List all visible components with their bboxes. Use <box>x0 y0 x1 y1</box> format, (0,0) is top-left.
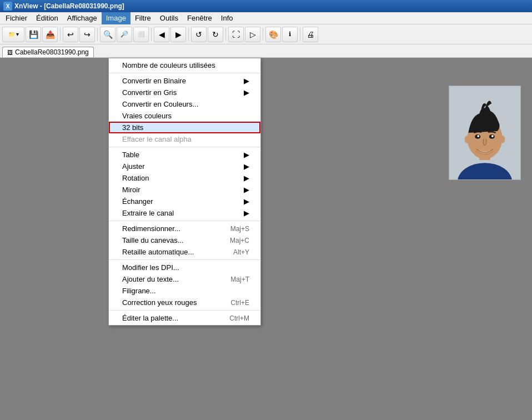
ajouter-texte-shortcut: Maj+T <box>219 276 249 283</box>
taille-canevas-shortcut: Maj+C <box>219 237 249 244</box>
svg-point-8 <box>465 136 470 143</box>
export-button[interactable]: 📤 <box>42 27 58 42</box>
print-icon: 🖨 <box>307 30 314 39</box>
separator-3 <box>151 28 152 41</box>
tab-label: CabellaRe08031990.png <box>15 48 89 56</box>
menu-vraies-couleurs[interactable]: Vraies couleurs <box>109 110 260 122</box>
separator-4 <box>188 28 189 41</box>
menu-fichier[interactable]: Fichier <box>1 12 32 24</box>
modifier-dpi-label: Modifier les DPI... <box>122 263 179 272</box>
zoom-out-button[interactable]: 🔎 <box>117 27 132 42</box>
separator-6 <box>263 28 263 41</box>
rotate-ccw-icon: ↺ <box>195 30 202 39</box>
menu-conv-binaire[interactable]: Convertir en Binaire ▶ <box>109 75 260 87</box>
slideshow-button[interactable]: ▷ <box>245 27 260 42</box>
menu-extraire-canal[interactable]: Extraire le canal ▶ <box>109 207 260 219</box>
fullscreen-icon: ⛶ <box>232 30 240 39</box>
zoom-in-button[interactable]: 🔍 <box>100 27 116 42</box>
redimensionner-shortcut: Maj+S <box>219 225 249 233</box>
menu-ajuster[interactable]: Ajuster ▶ <box>109 161 260 172</box>
fullscreen-button[interactable]: ⛶ <box>228 27 244 42</box>
image-dropdown-menu: Nombre de couleurs utilisées Convertir e… <box>108 58 261 326</box>
sep-2 <box>109 147 260 147</box>
menu-filigrane[interactable]: Filigrane... <box>109 285 260 297</box>
extraire-canal-label: Extraire le canal <box>122 209 174 217</box>
menu-rotation[interactable]: Rotation ▶ <box>109 172 260 184</box>
window-title: XnView - [CabellaRe08031990.png] <box>14 2 124 10</box>
separator-1 <box>60 28 61 41</box>
menu-fenetre[interactable]: Fenêtre <box>183 12 217 24</box>
menu-echanger[interactable]: Échanger ▶ <box>109 196 260 207</box>
next-icon: ▶ <box>175 30 182 39</box>
save-button[interactable]: 💾 <box>26 27 41 42</box>
sep-3 <box>109 221 260 221</box>
print-button[interactable]: 🖨 <box>303 27 318 42</box>
open-button[interactable]: 📁 ▾ <box>2 27 24 42</box>
prev-button[interactable]: ◀ <box>154 27 169 42</box>
person-svg <box>449 86 520 180</box>
tab-bar: 🖼 CabellaRe08031990.png <box>0 44 532 58</box>
filigrane-label: Filigrane... <box>122 287 156 295</box>
menu-bar: Fichier Édition Affichage Image Filtre O… <box>0 12 532 24</box>
menu-outils[interactable]: Outils <box>155 12 183 24</box>
miroir-label: Miroir <box>122 186 140 194</box>
app-icon: X <box>3 2 12 11</box>
menu-nb-couleurs[interactable]: Nombre de couleurs utilisées <box>109 59 260 71</box>
menu-32bits[interactable]: 32 bits <box>109 122 260 133</box>
submenu-arrow-icon: ▶ <box>233 88 249 97</box>
info-button[interactable]: ℹ <box>282 27 298 42</box>
save-icon: 💾 <box>29 30 38 39</box>
redimensionner-label: Redimensionner... <box>122 224 180 233</box>
menu-effacer-canal: Effacer le canal alpha <box>109 133 260 145</box>
menu-retaille-auto[interactable]: Retaille automatique... Alt+Y <box>109 246 260 258</box>
table-label: Table <box>122 151 139 159</box>
retaille-auto-shortcut: Alt+Y <box>222 248 249 256</box>
next-button[interactable]: ▶ <box>170 27 186 42</box>
submenu-arrow-icon: ▶ <box>233 197 249 206</box>
dropdown-arrow-icon: ▾ <box>16 31 19 37</box>
editer-palette-label: Éditer la palette... <box>122 314 178 322</box>
submenu-arrow-icon: ▶ <box>233 77 249 85</box>
retaille-auto-label: Retaille automatique... <box>122 248 194 256</box>
tab-image[interactable]: 🖼 CabellaRe08031990.png <box>2 47 94 57</box>
menu-taille-canevas[interactable]: Taille du canevas... Maj+C <box>109 234 260 246</box>
menu-modifier-dpi[interactable]: Modifier les DPI... <box>109 262 260 273</box>
info-icon: ℹ <box>289 31 291 38</box>
toolbar: 📁 ▾ 💾 📤 ↩ ↪ 🔍 🔎 ⬜ ◀ ▶ ↺ ↻ ⛶ ▷ 🎨 <box>0 24 532 44</box>
slideshow-icon: ▷ <box>250 30 256 39</box>
zoom-in-icon: 🔍 <box>103 30 113 39</box>
zoom-fit-button[interactable]: ⬜ <box>133 27 149 42</box>
image-preview <box>449 86 521 180</box>
menu-info[interactable]: Info <box>217 12 238 24</box>
menu-correction-yeux[interactable]: Correction yeux rouges Ctrl+E <box>109 297 260 308</box>
menu-table[interactable]: Table ▶ <box>109 149 260 161</box>
menu-filtre[interactable]: Filtre <box>131 12 155 24</box>
menu-conv-gris[interactable]: Convertir en Gris ▶ <box>109 87 260 98</box>
title-bar: X XnView - [CabellaRe08031990.png] <box>0 0 532 12</box>
menu-redimensionner[interactable]: Redimensionner... Maj+S <box>109 223 260 234</box>
undo-button[interactable]: ↩ <box>63 27 78 42</box>
32bits-label: 32 bits <box>122 123 143 132</box>
menu-image[interactable]: Image <box>102 12 131 24</box>
echanger-label: Échanger <box>122 197 153 206</box>
redo-button[interactable]: ↪ <box>79 27 95 42</box>
menu-affichage[interactable]: Affichage <box>63 12 102 24</box>
svg-point-9 <box>500 136 505 143</box>
menu-editer-palette[interactable]: Éditer la palette... Ctrl+M <box>109 312 260 324</box>
color-button[interactable]: 🎨 <box>265 27 281 42</box>
rotate-ccw-button[interactable]: ↺ <box>191 27 207 42</box>
menu-ajouter-texte[interactable]: Ajouter du texte... Maj+T <box>109 273 260 285</box>
menu-miroir[interactable]: Miroir ▶ <box>109 184 260 196</box>
conv-couleurs-label: Convertir en Couleurs... <box>122 100 198 108</box>
rotate-cw-button[interactable]: ↻ <box>208 27 223 42</box>
correction-yeux-shortcut: Ctrl+E <box>219 299 249 307</box>
effacer-canal-label: Effacer le canal alpha <box>122 135 192 143</box>
rotate-cw-icon: ↻ <box>212 30 219 39</box>
menu-conv-couleurs[interactable]: Convertir en Couleurs... <box>109 98 260 110</box>
submenu-arrow-icon: ▶ <box>233 151 249 159</box>
nb-couleurs-label: Nombre de couleurs utilisées <box>122 61 215 69</box>
separator-2 <box>97 28 98 41</box>
conv-gris-label: Convertir en Gris <box>122 88 177 97</box>
menu-edition[interactable]: Édition <box>32 12 63 24</box>
taille-canevas-label: Taille du canevas... <box>122 236 184 244</box>
